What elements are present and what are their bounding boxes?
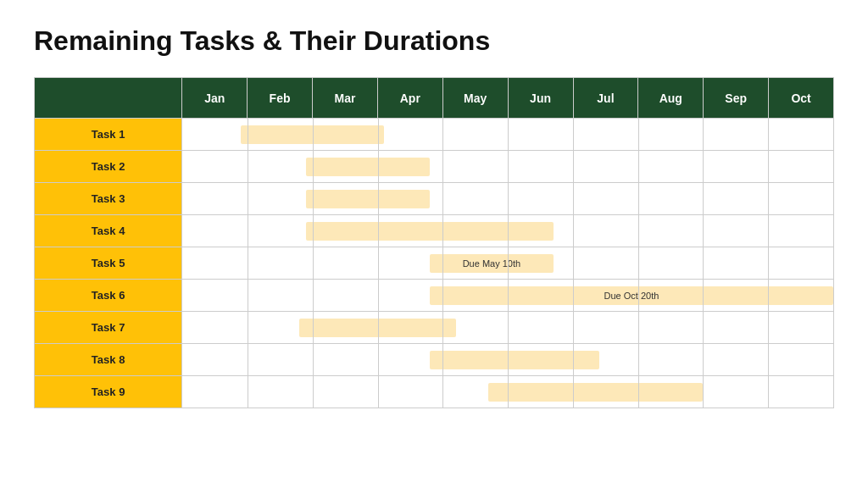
- header-month-jan: Jan: [182, 78, 248, 119]
- task-bar-area-8: [182, 376, 834, 408]
- grid-line: [313, 183, 314, 214]
- grid-line: [703, 119, 704, 150]
- grid-line: [703, 312, 704, 343]
- grid-line: [508, 151, 509, 182]
- grid-line: [508, 376, 509, 408]
- grid-line: [378, 183, 379, 214]
- grid-line: [248, 151, 248, 182]
- grid-line: [313, 376, 314, 408]
- task-bar-area-4: Due May 10th: [182, 247, 834, 280]
- header-month-mar: Mar: [313, 78, 378, 119]
- grid-line: [768, 247, 769, 279]
- grid-line: [703, 344, 704, 375]
- task-label-3: Task 4: [35, 215, 182, 247]
- grid-line: [638, 119, 639, 150]
- task-bar-5: Due Oct 20th: [430, 286, 833, 305]
- grid-line: [573, 280, 574, 311]
- grid-line: [573, 247, 574, 279]
- grid-line: [573, 376, 574, 408]
- task-label-1: Task 2: [35, 151, 182, 183]
- header-month-jun: Jun: [508, 78, 573, 119]
- grid-line: [442, 312, 443, 343]
- task-bar-2: [306, 190, 430, 208]
- task-bar-area-1: [182, 151, 834, 183]
- task-label-4: Task 5: [35, 247, 182, 280]
- task-label-7: Task 8: [35, 344, 182, 376]
- grid-line: [313, 247, 314, 279]
- grid-line: [378, 312, 379, 343]
- header-month-sep: Sep: [704, 78, 769, 119]
- grid-line: [638, 376, 639, 408]
- task-bar-area-2: [182, 183, 834, 215]
- grid-line: [378, 376, 379, 408]
- grid-line: [573, 312, 574, 343]
- grid-line: [768, 215, 769, 247]
- task-label-6: Task 7: [35, 312, 182, 344]
- grid-line: [508, 183, 509, 214]
- grid-line: [442, 280, 443, 311]
- header-month-oct: Oct: [769, 78, 834, 119]
- grid-line: [378, 119, 379, 150]
- grid-line: [768, 151, 769, 182]
- grid-line: [442, 215, 443, 247]
- task-label-5: Task 6: [35, 280, 182, 312]
- grid-line: [442, 247, 443, 279]
- grid-line: [313, 151, 314, 182]
- grid-line: [573, 183, 574, 214]
- task-bar-area-7: [182, 344, 834, 376]
- grid-line: [703, 215, 704, 247]
- grid-line: [378, 215, 379, 247]
- header-month-apr: Apr: [377, 78, 442, 119]
- gantt-chart: JanFebMarAprMayJunJulAugSepOctTask 1Task…: [34, 77, 834, 408]
- grid-line: [313, 119, 314, 150]
- grid-line: [703, 151, 704, 182]
- grid-line: [638, 312, 639, 343]
- task-bar-area-3: [182, 215, 834, 247]
- grid-line: [638, 183, 639, 214]
- grid-line: [313, 280, 314, 311]
- grid-line: [442, 119, 443, 150]
- grid-line: [508, 312, 509, 343]
- grid-line: [442, 376, 443, 408]
- grid-line: [442, 183, 443, 214]
- grid-line: [703, 183, 704, 214]
- task-label-8: Task 9: [35, 376, 182, 408]
- grid-line: [378, 344, 379, 375]
- grid-line: [638, 215, 639, 247]
- header-task-label: [35, 78, 182, 119]
- grid-line: [313, 312, 314, 343]
- grid-line: [248, 215, 248, 247]
- grid-line: [768, 183, 769, 214]
- grid-line: [248, 312, 248, 343]
- grid-line: [442, 344, 443, 375]
- grid-line: [378, 151, 379, 182]
- grid-line: [573, 344, 574, 375]
- grid-line: [508, 280, 509, 311]
- header-month-aug: Aug: [638, 78, 704, 119]
- grid-line: [508, 247, 509, 279]
- grid-line: [248, 247, 248, 279]
- grid-line: [442, 151, 443, 182]
- task-bar-area-5: Due Oct 20th: [182, 280, 834, 312]
- grid-line: [768, 376, 769, 408]
- grid-line: [248, 344, 248, 375]
- task-bar-area-0: [182, 119, 834, 151]
- header-month-feb: Feb: [248, 78, 313, 119]
- grid-line: [703, 247, 704, 279]
- grid-line: [638, 280, 639, 311]
- grid-line: [508, 215, 509, 247]
- grid-line: [248, 183, 248, 214]
- task-label-2: Task 3: [35, 183, 182, 215]
- grid-line: [638, 247, 639, 279]
- grid-line: [573, 215, 574, 247]
- grid-line: [313, 344, 314, 375]
- task-bar-area-6: [182, 312, 834, 344]
- grid-line: [248, 280, 248, 311]
- grid-line: [703, 280, 704, 311]
- grid-line: [248, 119, 248, 150]
- grid-line: [573, 119, 574, 150]
- grid-line: [508, 344, 509, 375]
- task-label-0: Task 1: [35, 119, 182, 151]
- grid-line: [248, 376, 248, 408]
- grid-line: [768, 312, 769, 343]
